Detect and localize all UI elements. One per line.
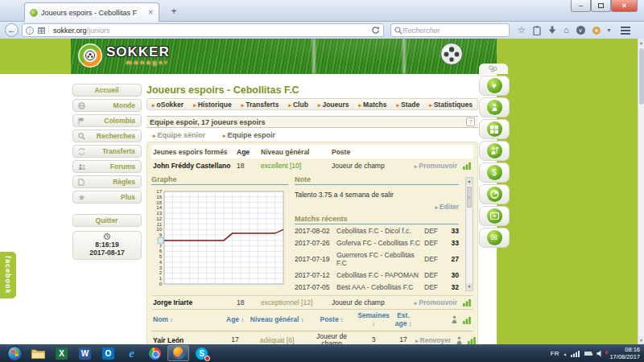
player-name[interactable]: Yaír León (153, 336, 224, 344)
match-link[interactable]: Cebollitas F.C - Dicol f.c. (336, 227, 421, 235)
taskbar-excel[interactable]: X (51, 345, 72, 361)
sidebar-item-quitter[interactable]: Quitter (72, 214, 142, 227)
new-tab-button[interactable]: + (165, 6, 183, 20)
sidebar-item-regles[interactable]: Règles (72, 175, 142, 188)
nav-item-statistiques[interactable]: ▸Statistiques (429, 101, 473, 109)
sidebar-item-accueil[interactable]: Accueil (72, 84, 142, 97)
quicklink-media-button[interactable] (479, 206, 510, 226)
taskbar-ie[interactable]: e (121, 345, 142, 361)
tab-close-icon[interactable]: × (147, 9, 154, 17)
url-bar[interactable]: i sokker.org /juniors (22, 23, 384, 37)
taskbar-word[interactable]: W (74, 345, 96, 361)
quicklink-finances-button[interactable]: $ (479, 162, 510, 183)
sidebar-item-forums[interactable]: Forums (72, 160, 142, 173)
taskbar-clock[interactable]: 08:16 17/08/2017 (609, 346, 640, 361)
network-icon[interactable] (571, 350, 580, 357)
info-icon[interactable]: i (26, 27, 34, 35)
battery-icon[interactable] (584, 352, 592, 356)
tab-equipe-senior[interactable]: ▸Equipe sénior (153, 131, 205, 139)
player-name[interactable]: Jorge Iriarte (153, 298, 233, 306)
nav-item-historique[interactable]: ▸Historique (193, 101, 232, 109)
taskbar-explorer[interactable] (27, 345, 49, 361)
match-link[interactable]: Best AAA - Cebollitas F.C (336, 283, 421, 291)
quicklink-trainer-button[interactable] (479, 141, 510, 161)
sort-semaines[interactable]: Semaines↕ (356, 312, 391, 328)
nav-item-transferts[interactable]: ▸Transferts (242, 101, 279, 109)
quicklink-players-button[interactable] (479, 97, 510, 117)
scroll-down-icon[interactable]: ▼ (638, 336, 644, 344)
taskbar-outlook[interactable]: O (97, 345, 119, 361)
svg-text:9: 9 (159, 232, 163, 237)
hidden-icons-caret[interactable]: ▴ (564, 351, 566, 356)
player-name[interactable]: John Fréddy Castellano (153, 162, 233, 170)
sort-age[interactable]: Age ↕ (224, 316, 246, 324)
sidebar-item-colombia[interactable]: Colombia (72, 114, 142, 127)
minimize-button[interactable]: – (571, 0, 591, 12)
sidebar-item-monde[interactable]: Monde (72, 99, 142, 112)
chart-icon[interactable] (459, 315, 472, 325)
language-indicator[interactable]: FR (551, 350, 559, 357)
sokker-logo[interactable]: SOKKER manager (77, 43, 170, 68)
compare-icon[interactable] (451, 336, 464, 344)
match-row: 2017-07-05 Best AAA - Cebollitas F.C DEF… (295, 281, 459, 293)
fire-link[interactable]: ▸Renvoyer (415, 336, 451, 344)
panel-scrollbar-thumb[interactable]: ≡ (467, 187, 472, 208)
addon-icon[interactable] (592, 27, 601, 35)
sidebar-item-recherches[interactable]: Recherches (72, 130, 142, 142)
bookmark-star-icon[interactable]: ☆ (518, 26, 526, 35)
taskbar-skype[interactable]: S (191, 345, 213, 361)
quicklink-calendar-button[interactable] (479, 119, 510, 139)
scroll-down-icon[interactable]: ▼ (466, 283, 473, 290)
overflow-caret-icon[interactable]: ▾ (608, 27, 611, 34)
chart-icon[interactable] (464, 335, 477, 344)
promote-link[interactable]: ▸Promouvoir (414, 298, 457, 306)
volume-muted-icon[interactable]: x (597, 350, 605, 357)
home-icon[interactable]: ⌂ (564, 26, 569, 35)
nav-item-club[interactable]: ▸Club (288, 101, 308, 109)
nav-item-matchs[interactable]: ▸Matchs (359, 101, 387, 109)
nav-item-osokker[interactable]: ▸oSokker (152, 101, 184, 109)
pocket-icon[interactable]: v (576, 26, 585, 35)
start-button[interactable] (4, 345, 26, 361)
quicklink-stats-button[interactable] (479, 184, 510, 204)
taskbar-firefox-active[interactable] (167, 345, 189, 361)
scrollbar-thumb[interactable] (639, 48, 644, 105)
back-button[interactable]: ← (5, 23, 19, 37)
facebook-tab[interactable]: facebook (0, 252, 16, 298)
scroll-up-icon[interactable]: ▲ (466, 178, 473, 185)
downloads-icon[interactable] (548, 26, 556, 35)
panel-scrollbar[interactable]: ▲ ≡ ▼ (465, 177, 473, 291)
close-button[interactable]: × (611, 0, 638, 12)
sort-niveau[interactable]: Niveau général ↕ (246, 316, 308, 324)
match-link[interactable]: Guerreros FC - Cebollitas F.C (336, 251, 421, 267)
promote-link[interactable]: ▸Promouvoir (414, 162, 457, 170)
match-link[interactable]: Cebollitas F.C - PAPOMAN (336, 271, 421, 279)
edit-note-link[interactable]: ▸Editer (295, 203, 459, 211)
search-bar[interactable] (390, 23, 510, 37)
browser-tab[interactable]: Joueurs espoirs - Cebollitas F × (24, 2, 159, 22)
nav-item-stade[interactable]: ▸Stade (396, 101, 419, 109)
restore-button[interactable] (591, 0, 611, 12)
sort-est-age[interactable]: Est. age ↕ (391, 312, 415, 328)
quicklink-favorites-button[interactable]: ♥ (479, 76, 510, 96)
menu-hamburger-icon[interactable] (621, 27, 630, 35)
nav-item-joueurs[interactable]: ▸Joueurs (318, 101, 349, 109)
clipboard-icon[interactable] (533, 26, 541, 35)
sidebar-item-plus[interactable]: Plus (72, 191, 142, 204)
chart-icon[interactable] (457, 298, 472, 307)
sidebar-item-transferts[interactable]: Transferts (72, 145, 142, 158)
taskbar-chrome[interactable] (144, 345, 166, 361)
sort-poste[interactable]: Poste ↕ (308, 316, 356, 324)
compare-icon[interactable] (446, 315, 459, 324)
page-scrollbar[interactable]: ▲ ▼ (638, 39, 644, 344)
sort-nom[interactable]: Nom ↕ (153, 316, 224, 324)
scroll-up-icon[interactable]: ▲ (638, 39, 644, 47)
reload-icon[interactable] (371, 26, 380, 35)
chart-icon[interactable] (457, 161, 472, 171)
quicklink-mail-button[interactable]: ✉ (479, 228, 510, 248)
tab-equipe-espoir[interactable]: ▸Equipe espoir (223, 131, 275, 139)
help-icon[interactable]: ? (466, 117, 475, 126)
match-link[interactable]: Goferva FC - Cebollitas F.C (336, 239, 421, 247)
search-input[interactable] (402, 27, 491, 35)
site-permissions-icon[interactable] (38, 27, 45, 34)
